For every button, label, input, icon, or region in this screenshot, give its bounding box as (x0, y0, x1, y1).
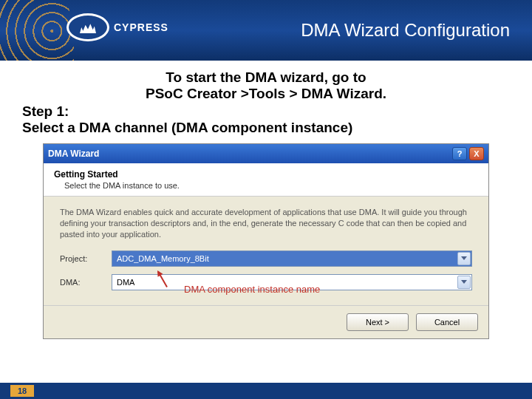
wizard-body: The DMA Wizard enables quick and accurat… (44, 197, 488, 305)
next-button-label: Next > (366, 318, 389, 327)
slide-footer: 18 (0, 383, 532, 399)
wizard-window: DMA Wizard ? X Getting Started Select th… (43, 143, 489, 339)
wizard-footer: Next > Cancel (44, 305, 488, 338)
close-button[interactable]: X (469, 147, 484, 160)
cancel-button[interactable]: Cancel (416, 313, 478, 331)
wizard-titlebar[interactable]: DMA Wizard ? X (44, 144, 488, 163)
wizard-header-subtitle: Select the DMA instance to use. (64, 181, 478, 190)
dma-value: DMA (117, 278, 134, 287)
wizard-window-title: DMA Wizard (48, 149, 450, 159)
wizard-header-title: Getting Started (54, 169, 478, 180)
dma-label: DMA: (60, 278, 104, 287)
slide-title: DMA Wizard Configuration (301, 20, 510, 41)
step-text: Select a DMA channel (DMA component inst… (22, 120, 510, 136)
next-button[interactable]: Next > (347, 313, 409, 331)
cancel-button-label: Cancel (434, 318, 460, 327)
wizard-description: The DMA Wizard enables quick and accurat… (60, 207, 472, 240)
corner-decoration (0, 0, 74, 61)
callout-text: DMA component instance name (184, 284, 320, 296)
help-icon: ? (457, 149, 463, 158)
intro-line-1: To start the DMA wizard, go to (22, 69, 510, 86)
project-combo[interactable]: ADC_DMA_Memory_8Bit (112, 250, 472, 267)
help-button[interactable]: ? (452, 147, 467, 160)
project-field-row: Project: ADC_DMA_Memory_8Bit (60, 250, 472, 267)
page-number: 18 (10, 385, 34, 397)
slide-header: CYPRESS DMA Wizard Configuration (0, 0, 532, 61)
intro-line-2: PSoC Creator >Tools > DMA Wizard. (22, 86, 510, 102)
slide-content: To start the DMA wizard, go to PSoC Crea… (0, 61, 532, 339)
step-label: Step 1: (22, 103, 510, 120)
close-icon: X (474, 149, 479, 158)
project-label: Project: (60, 254, 104, 263)
chevron-down-icon[interactable] (457, 252, 471, 265)
chevron-down-icon[interactable] (457, 276, 471, 289)
project-value: ADC_DMA_Memory_8Bit (117, 254, 209, 263)
logo: CYPRESS (66, 13, 168, 41)
wizard-header-band: Getting Started Select the DMA instance … (44, 163, 488, 197)
logo-text: CYPRESS (114, 21, 168, 33)
logo-icon (66, 13, 109, 41)
